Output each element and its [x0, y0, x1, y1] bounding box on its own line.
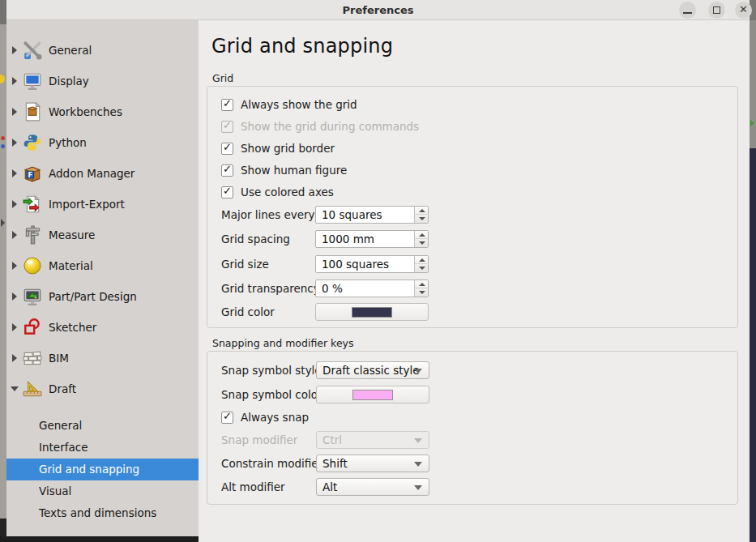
spin-down-button[interactable] [415, 264, 429, 272]
background-icon-fragment [1, 144, 5, 148]
snap-symbol-color-button[interactable] [316, 386, 429, 403]
workbenches-icon [23, 102, 42, 122]
titlebar[interactable]: Preferences ✕ [6, 0, 750, 20]
sidebar-item-general[interactable]: General [6, 35, 199, 66]
grid-spacing-spinbox[interactable]: 1000 mm [315, 230, 429, 248]
spinbox-value: 0 % [322, 280, 343, 297]
preferences-window: Preferences ✕ General Display [0, 0, 756, 542]
part-design-icon [23, 287, 42, 306]
chevron-down-icon [414, 369, 422, 373]
sidebar-item-label: Draft [49, 373, 76, 404]
checkbox[interactable]: ✓ [221, 143, 233, 155]
checkbox[interactable]: ✓ [221, 99, 233, 111]
sidebar-item-addon-manager[interactable]: F Addon Manager [6, 158, 199, 189]
background-right-edge [750, 0, 756, 542]
sidebar-item-python[interactable]: Python [6, 127, 199, 158]
sidebar-item-part-design[interactable]: Part/Part Design [6, 281, 199, 312]
spin-up-button[interactable] [415, 207, 429, 215]
expander-icon[interactable] [11, 386, 19, 391]
background-icon-fragment [750, 120, 754, 126]
sidebar-item-bim[interactable]: BIM [6, 343, 199, 373]
sidebar-item-draft[interactable]: Draft [6, 373, 199, 404]
expander-icon[interactable] [12, 169, 17, 177]
background-icon-fragment [1, 219, 5, 227]
grid-transparency-spinbox[interactable]: 0 % [315, 280, 429, 297]
sidebar-item-draft-grid-and-snapping[interactable]: Grid and snapping [6, 459, 199, 480]
chevron-down-icon [414, 462, 422, 467]
display-icon [23, 71, 42, 91]
constrain-modifier-label: Constrain modifier [221, 455, 322, 472]
grid-size-spinbox[interactable]: 100 squares [315, 255, 429, 273]
sidebar-item-material[interactable]: Material [6, 250, 199, 281]
sidebar-item-label: BIM [49, 343, 69, 373]
spin-down-button[interactable] [415, 239, 429, 247]
spin-up-button[interactable] [415, 256, 429, 264]
expander-icon[interactable] [12, 292, 17, 301]
sidebar-item-draft-visual[interactable]: Visual [6, 480, 199, 502]
grid-section-label: Grid [212, 72, 233, 84]
expander-icon[interactable] [12, 354, 17, 362]
spin-up-button[interactable] [415, 280, 429, 288]
sidebar-item-import-export[interactable]: Import-Export [6, 189, 199, 220]
sidebar-item-draft-texts-and-dimensions[interactable]: Texts and dimensions [6, 502, 199, 524]
addon-manager-icon: F [23, 164, 42, 183]
sidebar-item-display[interactable]: Display [6, 66, 199, 96]
spin-up-button[interactable] [415, 231, 429, 239]
sidebar-item-label: Addon Manager [49, 158, 135, 189]
use-colored-axes-checkbox[interactable]: ✓ Use colored axes [221, 185, 334, 199]
checkbox: ✓ [221, 121, 233, 133]
checkbox[interactable]: ✓ [221, 412, 233, 424]
dropdown-value: Shift [322, 455, 348, 472]
expander-icon[interactable] [12, 139, 17, 147]
spin-down-button[interactable] [415, 215, 429, 223]
close-button[interactable]: ✕ [735, 2, 752, 19]
grid-groupbox: ✓ Always show the grid ✓ Show the grid d… [207, 86, 738, 328]
show-grid-border-checkbox[interactable]: ✓ Show grid border [221, 141, 335, 156]
sidebar-item-draft-interface[interactable]: Interface [6, 437, 199, 459]
check-icon: ✓ [223, 119, 232, 131]
expander-icon[interactable] [12, 262, 17, 270]
always-snap-checkbox[interactable]: ✓ Always snap [221, 410, 309, 425]
snap-symbol-color-label: Snap symbol color [221, 386, 322, 403]
constrain-modifier-dropdown[interactable]: Shift [316, 455, 429, 472]
sidebar-item-measure[interactable]: Measure [6, 220, 199, 250]
snap-symbol-style-label: Snap symbol style [221, 361, 322, 379]
minimize-icon [683, 12, 692, 14]
python-icon [23, 133, 42, 152]
grid-color-button[interactable] [315, 303, 429, 321]
expander-icon[interactable] [12, 108, 17, 116]
settings-category-tree: General Display Workbenches [6, 20, 199, 536]
alt-modifier-dropdown[interactable]: Alt [316, 478, 429, 496]
expander-icon[interactable] [12, 77, 17, 85]
maximize-button[interactable] [708, 2, 725, 19]
maximize-icon [713, 6, 720, 14]
always-show-grid-checkbox[interactable]: ✓ Always show the grid [221, 97, 357, 112]
major-lines-every-spinbox[interactable]: 10 squares [315, 206, 429, 224]
sidebar-item-workbenches[interactable]: Workbenches [6, 96, 199, 127]
sidebar-subitem-label: Grid and snapping [39, 459, 139, 480]
sidebar-item-sketcher[interactable]: Sketcher [6, 312, 199, 343]
show-human-figure-checkbox[interactable]: ✓ Show human figure [221, 163, 347, 177]
svg-text:F: F [28, 171, 32, 179]
expander-icon[interactable] [12, 323, 17, 331]
spinbox-value: 1000 mm [322, 231, 374, 247]
expander-icon[interactable] [12, 231, 17, 239]
expander-icon[interactable] [12, 200, 17, 208]
checkbox[interactable]: ✓ [221, 186, 233, 198]
background-3d-viewport-edge [750, 148, 756, 542]
minimize-button[interactable] [679, 2, 696, 19]
settings-page: Grid and snapping Grid ✓ Always show the… [199, 20, 750, 542]
material-icon [23, 256, 42, 275]
checkbox-label: Always show the grid [241, 98, 357, 111]
spin-down-button[interactable] [415, 288, 429, 297]
snapping-section-label: Snapping and modifier keys [212, 337, 353, 349]
checkbox[interactable]: ✓ [221, 164, 233, 177]
sidebar-item-draft-general[interactable]: General [6, 415, 199, 437]
snap-symbol-style-dropdown[interactable]: Draft classic style [316, 361, 429, 379]
sketcher-icon [23, 318, 42, 337]
window-bottom-edge [0, 536, 199, 542]
bim-icon [23, 348, 42, 368]
sidebar-subitem-label: Interface [39, 437, 88, 459]
sidebar-item-label: Import-Export [49, 189, 125, 220]
expander-icon[interactable] [12, 46, 17, 54]
